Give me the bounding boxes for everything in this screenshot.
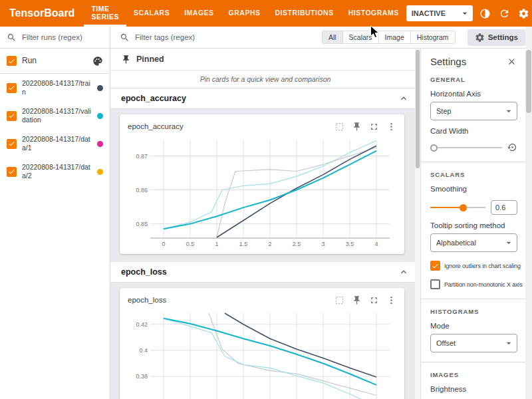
pin-card-button[interactable] [352,295,362,305]
card-width-slider[interactable] [430,144,502,152]
smoothing-slider[interactable] [430,203,485,211]
svg-text:0.42: 0.42 [136,321,148,328]
scrollbar-thumb[interactable] [416,50,420,168]
chevron-up-icon [398,93,409,104]
pin-icon [352,295,362,305]
fullscreen-icon [369,122,379,132]
more-options-button[interactable] [386,295,396,305]
palette-icon[interactable] [92,56,103,66]
run-color-dot [97,85,103,91]
svg-text:0: 0 [162,241,165,247]
page-scrollbar[interactable] [525,27,532,399]
tooltip-sorting-select[interactable]: Alphabetical [430,233,517,252]
selection-mode-button[interactable] [334,295,344,305]
mouse-cursor [370,25,380,39]
run-checkbox[interactable] [7,139,17,149]
fullscreen-button[interactable] [369,295,379,305]
reload-button[interactable] [498,7,511,20]
scrollbar-thumb[interactable] [526,50,531,113]
tab-images[interactable]: IMAGES [177,0,221,27]
tab-time-series[interactable]: TIME SERIES [84,0,126,27]
tab-scalars[interactable]: SCALARS [126,0,177,27]
collapse-section-button[interactable] [398,92,410,104]
check-icon [8,57,15,65]
search-icon [7,33,17,43]
slider-thumb[interactable] [460,204,467,211]
fullscreen-button[interactable] [369,122,379,132]
select-all-runs-checkbox[interactable] [7,56,17,66]
tab-graphs[interactable]: GRAPHS [221,0,268,27]
run-checkbox[interactable] [7,111,17,121]
tags-filter-input[interactable] [134,33,209,42]
run-color-dot [97,113,103,119]
section-title: epoch_accuracy [121,94,186,103]
reset-card-width-button[interactable] [507,142,517,152]
card-width-control [430,142,517,152]
status-dropdown[interactable]: INACTIVE [406,5,473,21]
settings-toolbar-button[interactable]: Settings [467,29,525,46]
reset-icon [507,142,517,152]
card-actions [334,122,396,132]
chip-histogram[interactable]: Histogram [410,31,456,44]
settings-section-images: IMAGES [430,371,517,378]
histogram-mode-select[interactable]: Offset [430,334,517,352]
settings-panel: Settings GENERAL Horizontal Axis Step Ca… [420,49,525,399]
runs-header-row: Run [0,49,110,74]
close-settings-button[interactable] [505,55,517,67]
check-icon [8,140,15,148]
chevron-up-icon [398,267,409,277]
runs-header-label: Run [22,56,87,66]
epoch-loss-chart[interactable]: 00.511.522.533.540.360.380.40.42 [126,309,398,399]
main-content: Pinned Pin cards for a quick view and co… [110,49,420,399]
check-icon [432,262,439,270]
main-nav: TIME SERIES SCALARS IMAGES GRAPHS DISTRI… [84,0,406,27]
epoch-accuracy-chart[interactable]: 00.511.522.533.540.850.860.87 [126,136,398,249]
tab-histograms[interactable]: HISTOGRAMS [341,0,406,27]
contrast-icon [479,8,491,19]
slider-thumb[interactable] [430,144,438,152]
divider [421,299,525,299]
run-checkbox[interactable] [7,167,17,177]
settings-button-label: Settings [488,33,518,41]
run-row[interactable]: 20220808-141317/validation [0,102,110,130]
run-sidebar: Run 20220808-141317/train 20220808-14131… [0,49,110,399]
pin-card-button[interactable] [352,122,362,132]
theme-toggle-button[interactable] [479,7,492,20]
run-row[interactable]: 20220808-141317/data/2 [0,158,110,186]
gear-icon [475,33,485,43]
runs-filter-input[interactable] [21,33,96,42]
horizontal-axis-select[interactable]: Step [430,102,517,120]
chip-image[interactable]: Image [378,31,411,44]
svg-text:0.87: 0.87 [136,153,148,160]
filter-row: All Scalars Image Histogram Settings [0,27,532,49]
chip-all[interactable]: All [322,31,343,44]
card-zone: epoch_accuracy 00.511.522.533.540.850.86… [110,109,420,262]
header-controls: INACTIVE [406,5,532,21]
divider [421,162,525,162]
pinned-header: Pinned [110,49,420,70]
partition-x-axis-checkbox[interactable] [430,279,440,289]
section-header-epoch-loss[interactable]: epoch_loss [110,262,420,283]
selection-mode-button[interactable] [334,122,344,132]
settings-panel-title: Settings [430,56,466,67]
check-icon [8,84,15,92]
brightness-label: Brightness [430,385,517,393]
main-scrollbar[interactable] [415,49,420,399]
svg-text:0.38: 0.38 [136,373,148,380]
more-options-button[interactable] [386,122,396,132]
settings-section-scalars: SCALARS [430,171,517,178]
header-settings-button[interactable] [517,7,531,20]
svg-text:1: 1 [215,241,218,247]
svg-text:0.86: 0.86 [136,187,148,194]
search-icon [120,33,130,43]
ignore-outliers-checkbox[interactable] [430,261,440,271]
smoothing-input[interactable] [491,200,517,215]
run-checkbox[interactable] [7,83,17,93]
pinned-title: Pinned [136,55,164,64]
tab-distributions[interactable]: DISTRIBUTIONS [268,0,341,27]
run-row[interactable]: 20220808-141317/train [0,74,110,102]
tooltip-sorting-value: Alphabetical [436,239,476,247]
section-header-epoch-accuracy[interactable]: epoch_accuracy [110,88,420,109]
collapse-section-button[interactable] [398,266,410,278]
run-row[interactable]: 20220808-141317/data/1 [0,130,110,158]
